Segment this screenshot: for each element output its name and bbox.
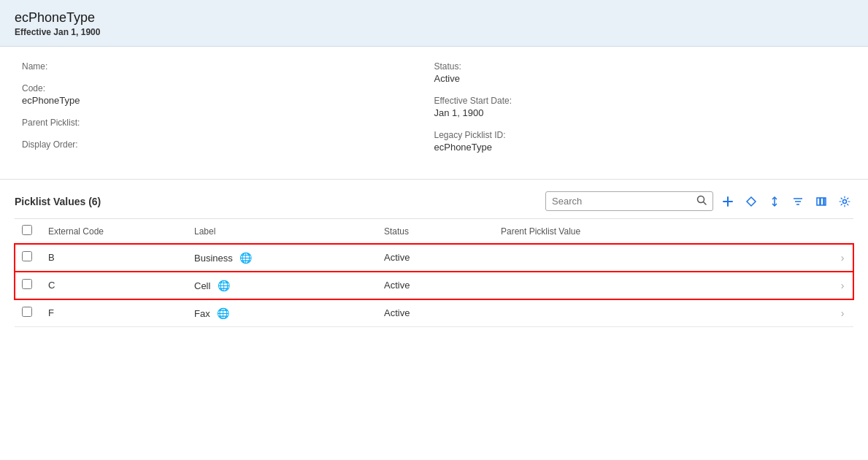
- picklist-title: Picklist Values (6): [15, 196, 101, 207]
- row-status: Active: [377, 272, 493, 299]
- col-header-label: Label: [187, 219, 377, 244]
- row-checkbox-cell[interactable]: [15, 244, 41, 272]
- svg-rect-10: [821, 198, 823, 205]
- legacy-picklist-id-field: Legacy Picklist ID: ecPhoneType: [434, 130, 847, 153]
- code-value: ecPhoneType: [22, 95, 434, 106]
- search-icon: [696, 195, 707, 207]
- row-chevron[interactable]: ›: [831, 299, 853, 327]
- col-header-parent: Parent Picklist Value: [493, 219, 831, 244]
- svg-point-12: [843, 199, 847, 203]
- row-checkbox-cell[interactable]: [15, 299, 41, 327]
- effective-start-date-field: Effective Start Date: Jan 1, 1900: [434, 96, 847, 118]
- duplicate-button[interactable]: [742, 194, 760, 209]
- page-title: ecPhoneType: [15, 10, 853, 26]
- table-header-row: External Code Label Status Parent Pickli…: [15, 219, 853, 244]
- row-checkbox[interactable]: [22, 251, 32, 261]
- table-row: B Business 🌐 Active ›: [15, 244, 853, 272]
- display-order-label: Display Order:: [22, 139, 434, 150]
- effective-date: Effective Jan 1, 1900: [15, 27, 853, 37]
- status-label: Status:: [434, 61, 847, 72]
- filter-button[interactable]: [789, 194, 807, 209]
- header-checkbox-cell[interactable]: [15, 219, 41, 244]
- svg-rect-9: [817, 198, 820, 205]
- col-header-status: Status: [377, 219, 493, 244]
- details-right: Status: Active Effective Start Date: Jan…: [434, 61, 847, 164]
- table-row: F Fax 🌐 Active ›: [15, 299, 853, 327]
- col-header-chevron: [831, 219, 853, 244]
- row-chevron[interactable]: ›: [831, 272, 853, 299]
- picklist-toolbar: [545, 191, 853, 211]
- settings-button[interactable]: [836, 194, 853, 209]
- globe-icon: 🌐: [218, 280, 230, 291]
- svg-rect-11: [824, 198, 826, 205]
- chevron-right-icon: ›: [841, 252, 845, 264]
- globe-icon: 🌐: [217, 307, 229, 319]
- name-label: Name:: [22, 61, 434, 72]
- picklist-table: External Code Label Status Parent Pickli…: [15, 218, 853, 327]
- effective-start-date-label: Effective Start Date:: [434, 96, 847, 106]
- legacy-picklist-id-value: ecPhoneType: [434, 142, 847, 153]
- picklist-header: Picklist Values (6): [15, 191, 853, 211]
- legacy-picklist-id-label: Legacy Picklist ID:: [434, 130, 847, 140]
- details-left: Name: Code: ecPhoneType Parent Picklist:…: [22, 61, 434, 164]
- display-order-field: Display Order:: [22, 139, 434, 150]
- row-chevron[interactable]: ›: [831, 244, 853, 272]
- status-value: Active: [434, 73, 847, 84]
- parent-picklist-field: Parent Picklist:: [22, 118, 434, 128]
- row-parent: [493, 244, 831, 272]
- chevron-right-icon: ›: [841, 280, 845, 291]
- columns-button[interactable]: [813, 194, 830, 209]
- status-field: Status: Active: [434, 61, 847, 84]
- name-field: Name:: [22, 61, 434, 72]
- chevron-right-icon: ›: [841, 307, 845, 319]
- row-status: Active: [377, 299, 493, 327]
- row-checkbox[interactable]: [22, 307, 32, 317]
- sort-button[interactable]: [766, 194, 783, 209]
- table-row: C Cell 🌐 Active ›: [15, 272, 853, 299]
- row-parent: [493, 299, 831, 327]
- svg-marker-4: [747, 197, 756, 206]
- row-label: Fax 🌐: [187, 299, 377, 327]
- details-section: Name: Code: ecPhoneType Parent Picklist:…: [0, 47, 868, 180]
- globe-icon: 🌐: [239, 252, 252, 264]
- add-button[interactable]: [719, 194, 737, 209]
- search-box[interactable]: [545, 191, 713, 211]
- row-status: Active: [377, 244, 493, 272]
- row-external-code: B: [41, 244, 187, 272]
- picklist-section: Picklist Values (6): [0, 180, 868, 327]
- row-external-code: C: [41, 272, 187, 299]
- row-parent: [493, 272, 831, 299]
- effective-start-date-value: Jan 1, 1900: [434, 107, 847, 118]
- parent-picklist-label: Parent Picklist:: [22, 118, 434, 128]
- svg-line-1: [704, 202, 707, 205]
- row-checkbox[interactable]: [22, 279, 32, 289]
- row-checkbox-cell[interactable]: [15, 272, 41, 299]
- row-external-code: F: [41, 299, 187, 327]
- code-label: Code:: [22, 83, 434, 93]
- row-label: Cell 🌐: [187, 272, 377, 299]
- search-input[interactable]: [552, 196, 696, 207]
- col-header-external-code: External Code: [41, 219, 187, 244]
- row-label: Business 🌐: [187, 244, 377, 272]
- select-all-checkbox[interactable]: [22, 225, 32, 235]
- code-field: Code: ecPhoneType: [22, 83, 434, 106]
- header-section: ecPhoneType Effective Jan 1, 1900: [0, 0, 868, 47]
